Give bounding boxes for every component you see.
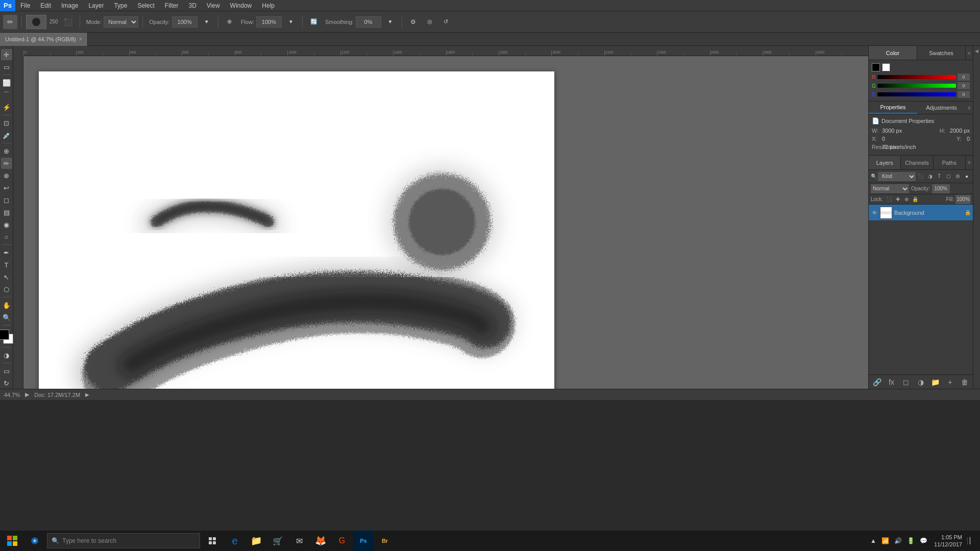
- menu-type[interactable]: Type: [109, 0, 132, 11]
- foreground-color-swatch[interactable]: [0, 330, 9, 340]
- add-mask-btn[interactable]: ◻: [901, 377, 911, 387]
- document-tab-close[interactable]: ×: [79, 36, 82, 42]
- status-expand[interactable]: ▶: [85, 392, 89, 397]
- document-tab[interactable]: Untitled-1 @ 44.7% (RGB/8) ×: [0, 33, 88, 46]
- cortana-search-icon[interactable]: [24, 531, 45, 551]
- quick-mask-btn[interactable]: ◑: [1, 349, 12, 361]
- layers-menu-btn[interactable]: ≡: [966, 156, 973, 169]
- game-icon[interactable]: G: [332, 531, 352, 551]
- start-button[interactable]: [0, 531, 24, 551]
- tab-paths[interactable]: Paths: [934, 156, 966, 169]
- lock-pixels-icon[interactable]: ⬛: [886, 196, 893, 203]
- green-slider[interactable]: [877, 84, 956, 88]
- filter-toggle-icon[interactable]: ●: [963, 172, 971, 181]
- red-value[interactable]: [958, 73, 970, 81]
- green-value[interactable]: [958, 82, 970, 89]
- smoothing-input[interactable]: [356, 16, 381, 28]
- pen-tool[interactable]: ✒: [1, 247, 12, 258]
- new-layer-btn[interactable]: +: [945, 377, 955, 387]
- layer-style-btn[interactable]: fx: [887, 377, 897, 387]
- eyedropper-tool[interactable]: 💉: [1, 130, 12, 141]
- eraser-tool[interactable]: ◻: [1, 194, 12, 206]
- menu-file[interactable]: File: [15, 0, 35, 11]
- fill-value[interactable]: [955, 195, 971, 204]
- menu-layer[interactable]: Layer: [83, 0, 109, 11]
- lock-artboard-icon[interactable]: ⊕: [903, 196, 910, 203]
- opacity-btn[interactable]: ▼: [200, 15, 214, 29]
- action-center-icon[interactable]: 💬: [918, 537, 929, 544]
- type-tool[interactable]: T: [1, 259, 12, 270]
- menu-view[interactable]: View: [202, 0, 225, 11]
- flow-input[interactable]: [256, 16, 282, 28]
- photoshop-icon[interactable]: Ps: [353, 531, 374, 551]
- brush-preset-btn[interactable]: ⬛: [61, 15, 76, 29]
- rotate-view-btn[interactable]: ↻: [1, 378, 12, 389]
- volume-icon[interactable]: 🔊: [893, 537, 903, 544]
- lasso-tool[interactable]: ⌒: [1, 89, 12, 101]
- tab-color[interactable]: Color: [869, 46, 917, 60]
- shape-tool[interactable]: ⬡: [1, 284, 12, 295]
- menu-help[interactable]: Help: [257, 0, 280, 11]
- opacity-value[interactable]: [932, 184, 950, 193]
- fg-color[interactable]: [872, 63, 880, 71]
- link-layers-btn[interactable]: 🔗: [872, 377, 882, 387]
- layer-item-background[interactable]: 👁 Background 🔒: [869, 205, 973, 221]
- smoothing-options-btn[interactable]: ▼: [383, 15, 398, 29]
- healing-tool[interactable]: ⊕: [1, 145, 12, 157]
- artboard-tool[interactable]: ▭: [1, 61, 12, 72]
- canvas-container[interactable]: // Will be rendered by JS below 02004006…: [13, 46, 868, 389]
- settings-btn[interactable]: ⚙: [406, 15, 421, 29]
- gradient-tool[interactable]: ▤: [1, 207, 12, 218]
- system-clock[interactable]: 1:05 PM 11/12/2017: [931, 534, 965, 548]
- crop-tool[interactable]: ⊡: [1, 117, 12, 129]
- pixel-filter-icon[interactable]: ⬛: [917, 172, 925, 181]
- store-icon[interactable]: 🛒: [267, 531, 288, 551]
- menu-3d[interactable]: 3D: [183, 0, 201, 11]
- lock-all-icon[interactable]: 🔒: [912, 196, 919, 203]
- bg-color[interactable]: [882, 63, 890, 71]
- angle-btn[interactable]: ↺: [439, 15, 453, 29]
- lock-position-icon[interactable]: ✚: [894, 196, 901, 203]
- hand-tool[interactable]: ✋: [1, 299, 12, 311]
- zoom-tool[interactable]: 🔍: [1, 312, 12, 323]
- taskbar-search-box[interactable]: 🔍 Type here to search: [47, 533, 200, 548]
- battery-icon[interactable]: 🔋: [905, 537, 916, 544]
- tab-properties[interactable]: Properties: [869, 102, 917, 114]
- mail-icon[interactable]: ✉: [289, 531, 309, 551]
- layers-kind-select[interactable]: Kind: [878, 172, 916, 181]
- smoothing-btn[interactable]: 🔄: [307, 15, 321, 29]
- screen-mode-btn[interactable]: ▭: [1, 365, 12, 377]
- new-fill-btn[interactable]: ◑: [916, 377, 926, 387]
- flow-btn[interactable]: ▼: [284, 15, 298, 29]
- mode-select[interactable]: Normal Multiply Screen Overlay: [104, 16, 138, 28]
- network-icon[interactable]: 📶: [880, 537, 891, 544]
- panel-menu-btn[interactable]: ≡: [966, 46, 973, 60]
- blue-value[interactable]: [958, 91, 970, 98]
- tab-swatches[interactable]: Swatches: [917, 46, 966, 60]
- edge-icon[interactable]: e: [225, 531, 245, 551]
- props-menu-btn[interactable]: ≡: [966, 102, 973, 114]
- blur-tool[interactable]: ◉: [1, 219, 12, 230]
- delete-layer-btn[interactable]: 🗑: [960, 377, 970, 387]
- tab-layers[interactable]: Layers: [869, 156, 901, 169]
- brush-preview[interactable]: [26, 15, 46, 29]
- canvas-area[interactable]: [23, 56, 868, 389]
- opacity-input[interactable]: [172, 16, 198, 28]
- history-brush-tool[interactable]: ↩: [1, 182, 12, 193]
- adjust-filter-icon[interactable]: ◑: [926, 172, 934, 181]
- tab-channels[interactable]: Channels: [901, 156, 933, 169]
- stamp-tool[interactable]: ⊗: [1, 170, 12, 181]
- brush-tool[interactable]: ✏: [1, 158, 12, 169]
- firefox-icon[interactable]: 🦊: [310, 531, 331, 551]
- bridge-icon[interactable]: Br: [375, 531, 395, 551]
- canvas[interactable]: [39, 71, 554, 389]
- move-tool[interactable]: ✛: [1, 49, 12, 60]
- show-desktop-btn[interactable]: ▏: [967, 537, 976, 544]
- blue-slider[interactable]: [877, 92, 956, 96]
- show-hidden-icons[interactable]: ▲: [869, 537, 878, 544]
- brush-tool-button[interactable]: ✏: [3, 15, 17, 29]
- text-filter-icon[interactable]: T: [935, 172, 943, 181]
- dodge-tool[interactable]: ○: [1, 231, 12, 242]
- new-group-btn[interactable]: 📁: [930, 377, 941, 387]
- menu-window[interactable]: Window: [225, 0, 257, 11]
